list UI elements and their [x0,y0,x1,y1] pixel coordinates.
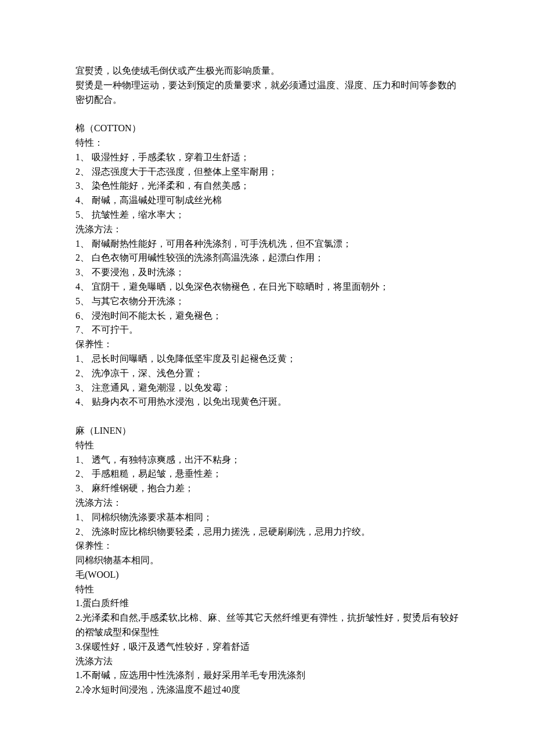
list-item: 2、 手感粗糙，易起皱，悬垂性差； [75,467,459,481]
text-line: 同棉织物基本相同。 [75,553,459,568]
list-item: 1、 透气，有独特凉爽感，出汗不粘身； [75,453,459,467]
document-page: 宜熨烫，以免使绒毛倒伏或产生极光而影响质量。 熨烫是一种物理运动，要达到预定的质… [0,0,534,756]
list-item: 2.光泽柔和自然,手感柔软,比棉、麻、丝等其它天然纤维更有弹性，抗折皱性好，熨烫… [75,611,459,640]
list-item: 1、 吸湿性好，手感柔软，穿着卫生舒适； [75,150,459,165]
subheading: 特性 [75,438,459,453]
subheading: 特性 [75,582,459,597]
list-item: 2、 洗净凉干，深、浅色分置； [75,366,459,381]
text-line: 宜熨烫，以免使绒毛倒伏或产生极光而影响质量。 [75,64,459,78]
list-item: 3、 不要浸泡，及时洗涤； [75,265,459,280]
list-item: 4、 耐碱，高温碱处理可制成丝光棉 [75,193,459,208]
blank-line [75,409,459,424]
subheading: 特性： [75,136,459,150]
subheading: 保养性： [75,337,459,352]
list-item: 4、 宜阴干，避免曝晒，以免深色衣物褪色，在日光下晾晒时，将里面朝外； [75,280,459,294]
list-item: 1.不耐碱，应选用中性洗涤剂，最好采用羊毛专用洗涤剂 [75,668,459,683]
list-item: 3、 染色性能好，光泽柔和，有自然美感； [75,179,459,193]
list-item: 2、 洗涤时应比棉织物要轻柔，忌用力搓洗，忌硬刷刷洗，忌用力拧绞。 [75,525,459,539]
section-title: 棉（COTTON） [75,121,459,136]
list-item: 1、 同棉织物洗涤要求基本相同； [75,510,459,525]
list-item: 1、 忌长时间曝晒，以免降低坚牢度及引起褪色泛黄； [75,352,459,366]
list-item: 3.保暖性好，吸汗及透气性较好，穿着舒适 [75,640,459,654]
text-line: 熨烫是一种物理运动，要达到预定的质量要求，就必须通过温度、湿度、压力和时间等参数… [75,78,459,107]
list-item: 2、 白色衣物可用碱性较强的洗涤剂高温洗涤，起漂白作用； [75,251,459,265]
list-item: 3、 注意通风，避免潮湿，以免发霉； [75,381,459,395]
subheading: 保养性： [75,539,459,553]
section-title: 毛(WOOL) [75,568,459,582]
list-item: 1.蛋白质纤维 [75,596,459,611]
list-item: 2、 湿态强度大于干态强度，但整体上坚牢耐用； [75,165,459,179]
list-item: 3、 麻纤维钢硬，抱合力差； [75,481,459,496]
section-title: 麻（LINEN） [75,424,459,438]
blank-line [75,107,459,121]
list-item: 6、 浸泡时间不能太长，避免褪色； [75,309,459,323]
subheading: 洗涤方法： [75,496,459,510]
list-item: 7、 不可拧干。 [75,323,459,337]
subheading: 洗涤方法 [75,654,459,669]
list-item: 5、 与其它衣物分开洗涤； [75,294,459,309]
list-item: 5、 抗皱性差，缩水率大； [75,208,459,222]
list-item: 1、 耐碱耐热性能好，可用各种洗涤剂，可手洗机洗，但不宜氯漂； [75,237,459,251]
subheading: 洗涤方法： [75,222,459,237]
list-item: 4、 贴身内衣不可用热水浸泡，以免出现黄色汗斑。 [75,395,459,409]
list-item: 2.冷水短时间浸泡，洗涤温度不超过40度 [75,683,459,697]
